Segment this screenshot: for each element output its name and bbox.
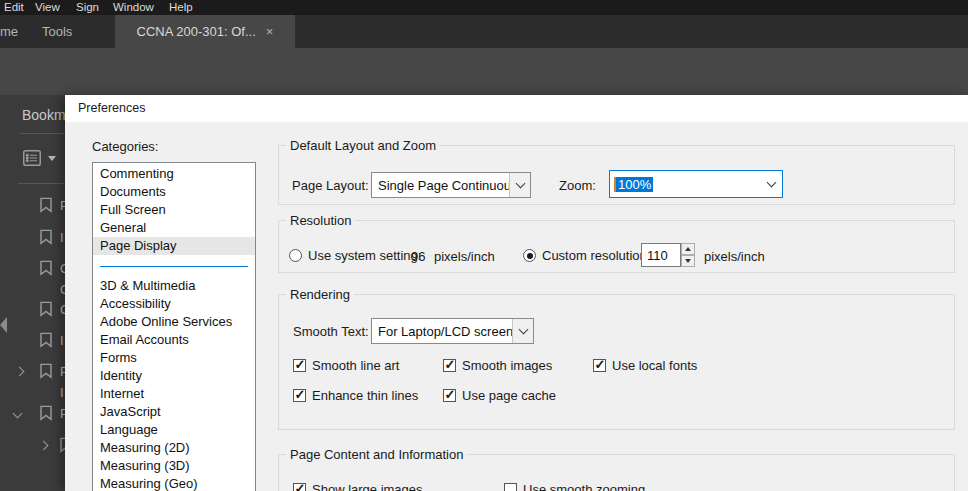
category-item[interactable]: 3D & Multimedia bbox=[93, 277, 255, 295]
bookmark-icon bbox=[36, 227, 56, 247]
menu-bar: Edit View Sign Window Help bbox=[0, 0, 968, 15]
group-rendering: Rendering Smooth Text: For Laptop/LCD sc… bbox=[278, 287, 955, 430]
custom-resolution-input[interactable] bbox=[641, 243, 681, 267]
category-item[interactable]: Commenting bbox=[93, 165, 255, 183]
bookmark-item[interactable]: P bbox=[0, 403, 65, 425]
category-item-selected[interactable]: Page Display bbox=[93, 237, 255, 255]
menu-help[interactable]: Help bbox=[165, 0, 197, 15]
bookmark-icon bbox=[36, 258, 56, 278]
chevron-down-icon[interactable] bbox=[13, 409, 23, 419]
categories-listbox: Commenting Documents Full Screen General… bbox=[92, 162, 256, 491]
panel-divider bbox=[18, 183, 65, 184]
checkbox-smooth-images[interactable]: Smooth images bbox=[443, 358, 552, 373]
custom-resolution-unit: pixels/inch bbox=[704, 249, 765, 264]
panel-collapse-icon[interactable] bbox=[0, 317, 7, 333]
bookmark-icon bbox=[36, 195, 56, 215]
category-item[interactable]: General bbox=[93, 219, 255, 237]
group-legend: Page Content and Information bbox=[286, 447, 467, 462]
checkbox-smooth-line-art[interactable]: Smooth line art bbox=[293, 358, 399, 373]
bookmarks-panel: Bookm P I C C C I bbox=[0, 95, 65, 491]
checkbox-use-smooth-zooming[interactable]: Use smooth zooming bbox=[504, 482, 645, 491]
bookmark-item-wrap-line: I bbox=[0, 382, 65, 404]
tab-bar: me Tools CCNA 200-301: Of... × bbox=[0, 15, 968, 48]
category-item[interactable]: Email Accounts bbox=[93, 331, 255, 349]
chevron-right-icon[interactable] bbox=[39, 441, 49, 451]
close-icon[interactable]: × bbox=[266, 25, 274, 38]
chevron-down-icon[interactable] bbox=[512, 319, 533, 343]
bookmark-item[interactable]: C bbox=[0, 299, 65, 321]
checkbox-use-page-cache[interactable]: Use page cache bbox=[443, 388, 556, 403]
tab-document[interactable]: CCNA 200-301: Of... × bbox=[115, 15, 295, 48]
group-legend: Default Layout and Zoom bbox=[286, 138, 440, 153]
group-resolution: Resolution Use system setting: 96 pixels… bbox=[278, 213, 955, 273]
dialog-title: Preferences bbox=[78, 101, 145, 115]
category-item[interactable]: Documents bbox=[93, 183, 255, 201]
spin-down-button[interactable] bbox=[681, 255, 695, 267]
chevron-down-icon[interactable] bbox=[509, 173, 530, 197]
bookmarks-panel-title: Bookm bbox=[22, 107, 65, 123]
panel-divider bbox=[20, 133, 65, 134]
category-item[interactable]: Accessibility bbox=[93, 295, 255, 313]
menu-sign[interactable]: Sign bbox=[72, 0, 103, 15]
bookmark-item[interactable] bbox=[0, 435, 65, 457]
smooth-text-select[interactable]: For Laptop/LCD screens bbox=[371, 318, 534, 344]
preferences-dialog: Preferences Categories: Commenting Docum… bbox=[65, 95, 968, 491]
categories-label: Categories: bbox=[92, 139, 158, 154]
options-caret-icon bbox=[48, 156, 56, 161]
tab-tools[interactable]: Tools bbox=[42, 15, 92, 48]
custom-resolution-spinner bbox=[681, 243, 695, 267]
checkbox-enhance-thin-lines[interactable]: Enhance thin lines bbox=[293, 388, 418, 403]
bookmark-icon bbox=[56, 435, 65, 455]
chevron-down-icon[interactable] bbox=[761, 171, 782, 197]
radio-custom-resolution[interactable]: Custom resolution: bbox=[523, 248, 650, 263]
category-item[interactable]: Adobe Online Services bbox=[93, 313, 255, 331]
checkbox-show-large-images[interactable]: Show large images bbox=[293, 482, 423, 491]
menu-view[interactable]: View bbox=[31, 0, 64, 15]
zoom-label: Zoom: bbox=[559, 178, 596, 193]
category-item[interactable]: Measuring (Geo) bbox=[93, 475, 255, 491]
group-page-content: Page Content and Information Show large … bbox=[278, 447, 955, 491]
tab-home-truncated[interactable]: me bbox=[0, 15, 24, 48]
bookmark-item[interactable]: I bbox=[0, 227, 65, 249]
page-layout-label: Page Layout: bbox=[292, 178, 369, 193]
category-item[interactable]: Full Screen bbox=[93, 201, 255, 219]
bookmarks-options-button[interactable] bbox=[20, 145, 60, 171]
category-item[interactable]: Language bbox=[93, 421, 255, 439]
smooth-text-label: Smooth Text: bbox=[293, 324, 369, 339]
bookmark-icon bbox=[36, 403, 56, 423]
bookmark-item[interactable]: C bbox=[0, 258, 65, 280]
spin-up-button[interactable] bbox=[681, 243, 695, 255]
page-layout-select[interactable]: Single Page Continuous bbox=[371, 172, 531, 198]
dialog-titlebar: Preferences bbox=[65, 95, 968, 122]
category-separator bbox=[93, 255, 255, 277]
category-item[interactable]: Measuring (2D) bbox=[93, 439, 255, 457]
bookmark-item[interactable]: P bbox=[0, 361, 65, 383]
bookmark-item[interactable]: P bbox=[0, 195, 65, 217]
group-default-layout-zoom: Default Layout and Zoom Page Layout: Sin… bbox=[278, 138, 955, 205]
bookmark-icon bbox=[36, 361, 56, 381]
bookmark-icon bbox=[36, 299, 56, 319]
document-tab-title: CCNA 200-301: Of... bbox=[137, 24, 256, 39]
category-item[interactable]: Identity bbox=[93, 367, 255, 385]
group-legend: Resolution bbox=[286, 213, 355, 228]
bookmark-item[interactable]: I bbox=[0, 330, 65, 352]
group-legend: Rendering bbox=[286, 287, 354, 302]
chevron-right-icon[interactable] bbox=[15, 367, 25, 377]
category-item[interactable]: Forms bbox=[93, 349, 255, 367]
acrobat-window: Edit View Sign Window Help me Tools CCNA… bbox=[0, 0, 968, 491]
menu-window[interactable]: Window bbox=[109, 0, 158, 15]
radio-use-system-setting[interactable]: Use system setting: bbox=[289, 248, 421, 263]
checkbox-use-local-fonts[interactable]: Use local fonts bbox=[593, 358, 697, 373]
menu-edit[interactable]: Edit bbox=[0, 0, 28, 15]
category-item[interactable]: Internet bbox=[93, 385, 255, 403]
bookmark-icon bbox=[36, 330, 56, 350]
system-resolution-unit: pixels/inch bbox=[434, 249, 495, 264]
bookmarks-options-icon bbox=[20, 147, 44, 169]
main-toolbar: (248 of 717) 83.3% bbox=[0, 48, 968, 95]
system-resolution-value: 96 bbox=[411, 249, 425, 264]
category-item[interactable]: JavaScript bbox=[93, 403, 255, 421]
zoom-select[interactable]: 100% bbox=[609, 170, 783, 198]
category-item[interactable]: Measuring (3D) bbox=[93, 457, 255, 475]
bookmark-item-wrap-line: C bbox=[0, 279, 65, 301]
